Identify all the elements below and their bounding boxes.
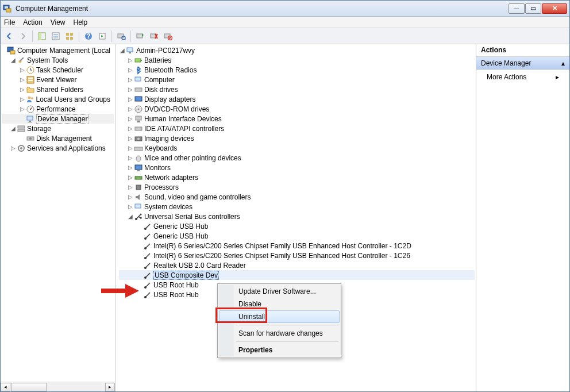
console-tree[interactable]: Computer Management (Local ◢ System Tool… xyxy=(1,44,115,382)
dev-usb-item[interactable]: Generic USB Hub xyxy=(119,231,475,241)
view-icon[interactable] xyxy=(63,30,76,43)
svg-point-35 xyxy=(28,96,30,99)
shared-folders-icon xyxy=(26,85,35,94)
usb-icon xyxy=(143,222,152,231)
dev-network[interactable]: ▷Network adapters xyxy=(119,172,475,182)
dev-usb-item[interactable]: Intel(R) 6 Series/C200 Series Chipset Fa… xyxy=(119,241,475,251)
forward-button[interactable] xyxy=(17,30,29,43)
dev-usb-item[interactable]: Intel(R) 6 Series/C200 Series Chipset Fa… xyxy=(119,251,475,260)
computer-icon xyxy=(126,46,135,55)
tools-icon xyxy=(17,56,26,65)
help-icon[interactable]: ? xyxy=(82,30,95,43)
update-driver-icon[interactable] xyxy=(134,30,147,43)
close-button[interactable]: ✕ xyxy=(542,3,567,14)
usb-icon xyxy=(143,280,152,290)
dev-computer[interactable]: ▷Computer xyxy=(119,75,475,84)
tree-task-scheduler[interactable]: ▷ Task Scheduler xyxy=(2,65,114,75)
dev-sound[interactable]: ▷Sound, video and game controllers xyxy=(119,192,475,202)
svg-line-81 xyxy=(145,253,150,258)
dvd-icon xyxy=(134,105,143,114)
collapse-icon: ▴ xyxy=(561,59,565,67)
menubar: File Action View Help xyxy=(1,17,569,28)
display-icon xyxy=(134,95,143,104)
network-icon xyxy=(134,173,143,182)
actions-more[interactable]: More Actions ▸ xyxy=(476,70,569,84)
menu-help[interactable]: Help xyxy=(74,18,88,26)
svg-rect-2 xyxy=(6,9,11,12)
menu-action[interactable]: Action xyxy=(23,18,42,26)
svg-rect-33 xyxy=(28,78,33,79)
menu-view[interactable]: View xyxy=(51,18,66,26)
tree-root-computer-management[interactable]: Computer Management (Local xyxy=(2,45,114,55)
dev-keyboards[interactable]: ▷Keyboards xyxy=(119,143,475,153)
dev-hid[interactable]: ▷Human Interface Devices xyxy=(119,114,475,124)
actions-pane: Actions Device Manager ▴ More Actions ▸ xyxy=(476,44,569,391)
device-tree[interactable]: ◢Admin-PC0217wvy ▷Batteries ▷Bluetooth R… xyxy=(115,44,476,301)
svg-rect-12 xyxy=(70,37,73,40)
svg-line-83 xyxy=(145,263,150,268)
tree-system-tools[interactable]: ◢ System Tools xyxy=(2,55,114,65)
minimize-button[interactable]: ─ xyxy=(509,3,525,14)
tree-device-manager[interactable]: Device Manager xyxy=(2,114,114,124)
keyboard-icon xyxy=(134,144,143,153)
scan-hardware-icon[interactable] xyxy=(115,30,128,43)
properties-icon[interactable] xyxy=(49,30,62,43)
refresh-icon[interactable] xyxy=(96,30,109,43)
toolbar: ? xyxy=(1,28,569,44)
actions-header: Actions xyxy=(476,44,569,57)
disable-icon[interactable] xyxy=(161,30,174,43)
dev-bluetooth[interactable]: ▷Bluetooth Radios xyxy=(119,65,475,75)
svg-rect-49 xyxy=(129,52,131,53)
tree-services-apps[interactable]: ▷ Services and Applications xyxy=(2,143,114,153)
ctx-scan[interactable]: Scan for hardware changes xyxy=(219,327,340,340)
svg-line-79 xyxy=(145,244,150,248)
ctx-disable[interactable]: Disable xyxy=(219,298,340,310)
tree-local-users[interactable]: ▷ Local Users and Groups xyxy=(2,94,114,104)
dev-usb-composite[interactable]: USB Composite Dev xyxy=(119,270,475,280)
tree-shared-folders[interactable]: ▷ Shared Folders xyxy=(2,84,114,94)
ctx-uninstall[interactable]: Uninstall xyxy=(219,310,340,323)
svg-rect-28 xyxy=(20,57,24,61)
dev-monitors[interactable]: ▷Monitors xyxy=(119,163,475,172)
dev-batteries[interactable]: ▷Batteries xyxy=(119,55,475,65)
dev-processors[interactable]: ▷Processors xyxy=(119,182,475,192)
dev-dvd[interactable]: ▷DVD/CD-ROM drives xyxy=(119,104,475,114)
dev-usb-item[interactable]: Generic USB Hub xyxy=(119,221,475,231)
window-title: Computer Management xyxy=(16,5,508,13)
dev-display[interactable]: ▷Display adapters xyxy=(119,94,475,104)
svg-point-36 xyxy=(31,97,33,99)
dev-imaging[interactable]: ▷Imaging devices xyxy=(119,133,475,143)
svg-rect-42 xyxy=(18,126,25,128)
left-horizontal-scrollbar[interactable]: ◂ ▸ xyxy=(1,382,115,391)
svg-rect-43 xyxy=(18,129,25,132)
dev-disk-drives[interactable]: ▷Disk drives xyxy=(119,84,475,94)
show-hide-tree-icon[interactable] xyxy=(36,30,48,43)
svg-rect-59 xyxy=(135,127,142,130)
scroll-left-button[interactable]: ◂ xyxy=(1,383,10,391)
svg-rect-16 xyxy=(118,34,124,38)
actions-section-label: Device Manager xyxy=(481,59,531,67)
tree-performance[interactable]: ▷ Performance xyxy=(2,104,114,114)
uninstall-icon[interactable] xyxy=(148,30,160,43)
tree-storage[interactable]: ◢ Storage xyxy=(2,124,114,133)
scroll-right-button[interactable]: ▸ xyxy=(105,383,115,391)
svg-rect-52 xyxy=(135,77,141,81)
maximize-button[interactable]: ▭ xyxy=(525,3,541,14)
back-button[interactable] xyxy=(3,30,16,43)
scroll-thumb[interactable] xyxy=(11,383,47,391)
dev-root[interactable]: ◢Admin-PC0217wvy xyxy=(119,45,475,55)
tree-event-viewer[interactable]: ▷ Event Viewer xyxy=(2,75,114,84)
usb-icon xyxy=(143,232,152,241)
menu-file[interactable]: File xyxy=(4,18,15,26)
ctx-properties[interactable]: Properties xyxy=(219,344,340,356)
tree-disk-management[interactable]: Disk Management xyxy=(2,133,114,143)
mouse-icon xyxy=(134,153,143,163)
dev-system-devices[interactable]: ▷System devices xyxy=(119,202,475,212)
dev-ide[interactable]: ▷IDE ATA/ATAPI controllers xyxy=(119,124,475,133)
dev-usb-controllers[interactable]: ◢Universal Serial Bus controllers xyxy=(119,212,475,221)
dev-mice[interactable]: ▷Mice and other pointing devices xyxy=(119,153,475,163)
chevron-right-icon: ▸ xyxy=(556,73,559,81)
dev-usb-item[interactable]: Realtek USB 2.0 Card Reader xyxy=(119,260,475,270)
ctx-update-driver[interactable]: Update Driver Software... xyxy=(219,285,340,298)
actions-section[interactable]: Device Manager ▴ xyxy=(476,57,569,70)
